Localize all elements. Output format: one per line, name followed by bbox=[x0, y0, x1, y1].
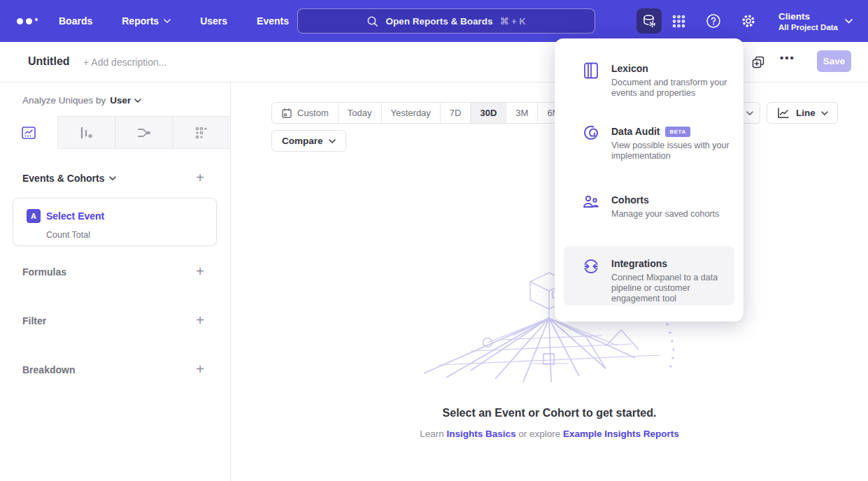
date-range-label: 3M bbox=[515, 108, 528, 118]
chevron-down-icon bbox=[821, 111, 828, 115]
nav-item-reports[interactable]: Reports bbox=[122, 15, 171, 27]
date-range-3m[interactable]: 3M bbox=[506, 103, 537, 123]
add-breakdown-button[interactable]: + bbox=[194, 364, 206, 376]
beta-badge: BETA bbox=[665, 127, 690, 137]
chevron-down-icon bbox=[845, 19, 853, 24]
date-range-7d[interactable]: 7D bbox=[440, 103, 471, 123]
date-range-label: 7D bbox=[450, 108, 462, 118]
menu-item-description: Manage your saved cohorts bbox=[611, 209, 730, 220]
date-range-30d[interactable]: 30D bbox=[470, 103, 506, 123]
nav-label: Reports bbox=[122, 15, 159, 27]
project-selector-labels: Clients All Project Data bbox=[778, 10, 838, 32]
nav-item-users[interactable]: Users bbox=[200, 15, 227, 27]
search-icon bbox=[367, 15, 378, 27]
chevron-down-icon bbox=[134, 99, 141, 103]
events-cohorts-label: Events & Cohorts bbox=[22, 173, 104, 184]
compare-label: Compare bbox=[282, 136, 323, 146]
menu-item-lexicon[interactable]: Lexicon Document and transform your even… bbox=[555, 62, 744, 103]
project-selector[interactable]: Clients All Project Data bbox=[778, 10, 853, 32]
report-description-input[interactable]: + Add description... bbox=[83, 57, 166, 68]
apps-grid-button[interactable] bbox=[671, 14, 686, 29]
insights-basics-link[interactable]: Insights Basics bbox=[446, 429, 515, 439]
date-range-label: Yesterday bbox=[391, 108, 431, 118]
data-management-button[interactable] bbox=[636, 8, 662, 34]
search-shortcut: ⌘ + K bbox=[499, 16, 525, 27]
chart-type-label: Line bbox=[796, 108, 816, 118]
analyze-uniques-row: Analyze Uniques by User bbox=[22, 95, 141, 106]
breakdown-label: Breakdown bbox=[22, 364, 75, 375]
query-sidebar: Analyze Uniques by User bbox=[0, 82, 231, 481]
duplicate-report-button[interactable] bbox=[750, 55, 766, 70]
menu-item-integrations[interactable]: Integrations Connect Mixpanel to a data … bbox=[564, 246, 734, 306]
empty-state-middle: or explore bbox=[515, 429, 563, 439]
chevron-down-icon bbox=[164, 19, 171, 23]
compare-button[interactable]: Compare bbox=[271, 130, 346, 152]
empty-state-links: Learn Insights Basics or explore Example… bbox=[231, 429, 868, 439]
cohorts-people-icon bbox=[582, 193, 600, 211]
add-event-button[interactable]: + bbox=[194, 172, 206, 185]
date-range-yesterday[interactable]: Yesterday bbox=[381, 103, 440, 123]
date-range-today[interactable]: Today bbox=[338, 103, 381, 123]
nav-label: Boards bbox=[59, 15, 92, 27]
chart-type-button[interactable]: Line bbox=[767, 102, 838, 124]
breakdown-header: Breakdown bbox=[22, 364, 75, 375]
help-icon bbox=[706, 13, 721, 29]
save-button[interactable]: Save bbox=[817, 50, 851, 72]
settings-button[interactable] bbox=[741, 13, 756, 29]
menu-item-title: Lexicon bbox=[611, 63, 648, 74]
event-card[interactable]: A Select Event Count Total bbox=[13, 198, 217, 246]
duplicate-icon bbox=[750, 55, 766, 70]
chevron-down-icon bbox=[746, 111, 753, 115]
menu-item-title: Integrations bbox=[611, 258, 667, 269]
retention-dots-icon bbox=[193, 124, 210, 141]
date-range-custom[interactable]: Custom bbox=[272, 103, 338, 123]
topnav-right: Clients All Project Data bbox=[636, 0, 868, 42]
report-title[interactable]: Untitled bbox=[28, 55, 70, 68]
analyze-value: User bbox=[110, 95, 131, 106]
nav-item-events[interactable]: Events bbox=[257, 15, 289, 27]
chevron-down-icon bbox=[329, 139, 336, 143]
nav-label: Events bbox=[257, 15, 289, 27]
tab-funnels[interactable] bbox=[57, 116, 115, 149]
empty-state-prefix: Learn bbox=[420, 429, 446, 439]
example-insights-reports-link[interactable]: Example Insights Reports bbox=[563, 429, 679, 439]
data-audit-icon bbox=[582, 124, 600, 143]
event-letter-badge: A bbox=[27, 209, 41, 223]
menu-item-title: Data Audit BETA bbox=[611, 126, 690, 137]
tab-flows[interactable] bbox=[115, 116, 173, 149]
select-event-label[interactable]: Select Event bbox=[46, 210, 104, 222]
tab-retention[interactable] bbox=[173, 116, 231, 149]
menu-item-data-audit[interactable]: Data Audit BETA View possible issues wit… bbox=[555, 124, 744, 171]
analyze-label: Analyze Uniques by bbox=[22, 95, 106, 106]
gear-icon bbox=[741, 13, 756, 29]
analyze-value-dropdown[interactable]: User bbox=[110, 95, 141, 106]
filter-label: Filter bbox=[22, 315, 46, 326]
help-button[interactable] bbox=[706, 13, 721, 29]
events-cohorts-header[interactable]: Events & Cohorts bbox=[22, 173, 116, 184]
more-options-button[interactable]: ••• bbox=[780, 52, 795, 64]
flows-icon bbox=[136, 124, 152, 141]
formulas-label: Formulas bbox=[22, 266, 66, 278]
empty-state-title: Select an Event or Cohort to get started… bbox=[231, 407, 868, 419]
add-formula-button[interactable]: + bbox=[194, 266, 206, 278]
menu-item-cohorts[interactable]: Cohorts Manage your saved cohorts bbox=[555, 193, 744, 227]
add-filter-button[interactable]: + bbox=[194, 315, 206, 327]
insights-line-chart-icon bbox=[20, 124, 37, 141]
report-type-tabs bbox=[0, 116, 230, 149]
date-range-label: Today bbox=[348, 108, 372, 118]
mixpanel-logo-icon[interactable] bbox=[17, 18, 42, 24]
nav-label: Users bbox=[200, 15, 227, 27]
menu-item-description: View possible issues with your implement… bbox=[611, 141, 730, 161]
project-name: Clients bbox=[778, 10, 838, 22]
global-search-input[interactable]: Open Reports & Boards ⌘ + K bbox=[297, 8, 595, 34]
primary-nav: Boards Reports Users Events bbox=[59, 15, 289, 27]
formulas-header: Formulas bbox=[22, 266, 66, 278]
menu-item-title: Cohorts bbox=[611, 194, 649, 206]
date-range-label: Custom bbox=[297, 108, 329, 118]
menu-item-description: Document and transform your events and p… bbox=[611, 78, 730, 99]
database-gear-icon bbox=[641, 13, 657, 29]
apps-grid-icon bbox=[671, 14, 686, 29]
tab-insights[interactable] bbox=[0, 116, 57, 149]
count-total-label[interactable]: Count Total bbox=[46, 230, 90, 240]
nav-item-boards[interactable]: Boards bbox=[59, 15, 92, 27]
